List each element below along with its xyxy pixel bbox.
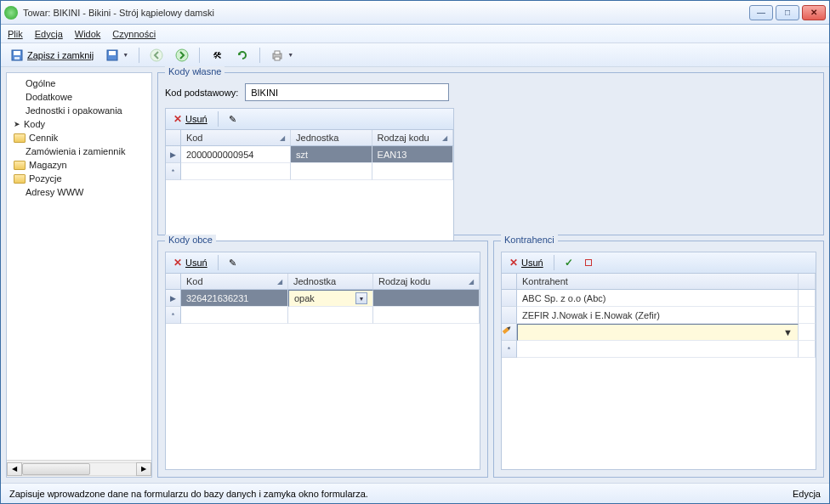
statusbar: Zapisuje wprowadzone dane na formularzu … — [1, 483, 829, 503]
separator — [139, 48, 139, 63]
check-icon: ✓ — [565, 257, 573, 269]
legend: Kontrahenci — [501, 235, 558, 245]
tools-button[interactable]: 🛠 — [206, 46, 228, 65]
horizontal-scrollbar[interactable]: ◀ ▶ — [7, 460, 151, 477]
menu-widok[interactable]: Widok — [75, 29, 101, 39]
new-row[interactable]: * — [166, 307, 480, 324]
forward-button[interactable] — [171, 46, 193, 65]
save-and-close-button[interactable]: Zapisz i zamknij — [6, 46, 98, 65]
arrow-left-icon — [150, 48, 163, 62]
delete-icon: ✕ — [173, 113, 182, 125]
kody-obce-grid[interactable]: Kod◢ Jednostka Rodzaj kodu◢ ▶ 3264216362… — [165, 274, 480, 470]
print-button[interactable]: ▼ — [266, 46, 298, 65]
kody-wlasne-toolbar: ✕Usuń ✎ — [165, 108, 454, 130]
chevron-down-icon: ▼ — [355, 292, 367, 304]
refresh-icon — [236, 48, 249, 62]
pencil-icon: ✎ — [229, 114, 236, 125]
legend: Kody obce — [165, 235, 216, 245]
scroll-thumb[interactable] — [22, 463, 90, 475]
scroll-left-button[interactable]: ◀ — [7, 462, 22, 476]
disk-icon — [105, 48, 119, 62]
table-row[interactable]: ZEFIR J.Nowak i E.Nowak (Zefir) — [502, 307, 816, 324]
status-hint: Zapisuje wprowadzone dane na formularzu … — [9, 489, 368, 499]
kontrahenci-grid[interactable]: Kontrahent ABC Sp. z o.o (Abc) ZEFIR J.N… — [501, 274, 816, 470]
accept-button[interactable]: ✓ — [560, 253, 577, 272]
toolbar: Zapisz i zamknij ▼ 🛠 ▼ — [1, 43, 829, 67]
refresh-button[interactable] — [231, 46, 253, 65]
svg-point-6 — [176, 49, 188, 61]
sidebar-item-cennik[interactable]: Cennik — [14, 131, 145, 144]
fieldset-kody-wlasne: Kody własne Kod podstawowy: ✕Usuń ✎ Kod◢… — [157, 72, 824, 235]
sidebar-item-zamowienia[interactable]: Zamówienia i zamiennik — [26, 144, 145, 158]
kod-podstawowy-label: Kod podstawowy: — [165, 88, 238, 98]
svg-rect-8 — [275, 51, 280, 54]
sidebar-item-jednostki[interactable]: Jednostki i opakowania — [26, 104, 145, 117]
menu-edycja[interactable]: Edycja — [35, 29, 63, 39]
kod-podstawowy-input[interactable] — [245, 83, 449, 101]
save-dropdown-button[interactable]: ▼ — [101, 46, 133, 65]
save-and-close-label: Zapisz i zamknij — [27, 50, 94, 60]
svg-rect-1 — [14, 51, 20, 55]
chevron-down-icon: ▼ — [783, 327, 793, 337]
kody-wlasne-grid[interactable]: Kod◢ Jednostka Rodzaj kodu◢ ▶ 2000000000… — [165, 130, 454, 242]
folder-icon — [14, 161, 26, 170]
svg-rect-9 — [275, 57, 280, 60]
svg-rect-4 — [109, 51, 116, 55]
folder-icon — [14, 133, 26, 143]
jednostka-combo[interactable]: opak▼ — [288, 290, 373, 307]
menubar: Plik Edycja Widok Czynności — [1, 25, 829, 43]
titlebar: Towar: BIKINI - Bikini - Strój kąpielowy… — [1, 1, 829, 25]
cancel-icon — [585, 259, 592, 266]
pencil-icon: ✎ — [229, 258, 236, 269]
usun-button[interactable]: ✕Usuń — [505, 253, 548, 272]
edit-button[interactable]: ✎ — [225, 253, 241, 272]
disk-icon — [10, 48, 24, 62]
usun-button[interactable]: ✕Usuń — [169, 253, 212, 272]
status-mode: Edycja — [793, 489, 821, 499]
separator — [199, 48, 200, 63]
close-button[interactable]: ✕ — [802, 5, 826, 20]
fieldset-kontrahenci: Kontrahenci ✕Usuń ✓ Kontrahent ABC — [493, 241, 824, 478]
arrow-right-icon — [175, 48, 189, 62]
svg-point-5 — [151, 49, 162, 61]
tools-icon: 🛠 — [210, 48, 224, 62]
delete-icon: ✕ — [173, 257, 182, 269]
sidebar: Ogólne Dodatkowe Jednostki i opakowania … — [6, 72, 152, 478]
sidebar-item-adresy[interactable]: Adresy WWW — [26, 185, 145, 199]
maximize-button[interactable]: □ — [776, 5, 799, 20]
svg-rect-2 — [14, 57, 20, 59]
current-marker-icon: ➤ — [14, 120, 20, 128]
content: Kody własne Kod podstawowy: ✕Usuń ✎ Kod◢… — [152, 67, 829, 483]
pencil-icon — [503, 326, 515, 338]
edit-button[interactable]: ✎ — [225, 110, 241, 128]
sidebar-item-pozycje[interactable]: Pozycje — [14, 172, 145, 185]
menu-czynnosci[interactable]: Czynności — [112, 29, 156, 39]
kontrahent-combo[interactable]: ▼ — [517, 324, 799, 341]
scroll-right-button[interactable]: ▶ — [136, 462, 151, 476]
app-icon — [4, 6, 18, 20]
legend: Kody własne — [165, 66, 225, 76]
kontrahenci-toolbar: ✕Usuń ✓ — [501, 252, 816, 274]
sidebar-item-ogolne[interactable]: Ogólne — [26, 76, 145, 90]
print-icon — [270, 48, 284, 62]
sidebar-item-dodatkowe[interactable]: Dodatkowe — [26, 90, 145, 104]
tree: Ogólne Dodatkowe Jednostki i opakowania … — [7, 73, 151, 460]
new-row[interactable]: * — [166, 163, 453, 180]
table-row[interactable]: ▶ 326421636231 opak▼ — [166, 290, 480, 307]
workspace: Ogólne Dodatkowe Jednostki i opakowania … — [1, 67, 829, 483]
table-row[interactable]: ▶ 2000000000954 szt EAN13 — [166, 146, 453, 163]
sidebar-item-kody[interactable]: ➤Kody — [14, 117, 145, 131]
edit-row[interactable]: ▼ — [502, 324, 816, 341]
separator — [259, 48, 260, 63]
minimize-button[interactable]: — — [749, 5, 773, 20]
table-row[interactable]: ABC Sp. z o.o (Abc) — [502, 290, 816, 307]
kody-obce-toolbar: ✕Usuń ✎ — [165, 252, 480, 274]
menu-plik[interactable]: Plik — [8, 29, 23, 39]
fieldset-kody-obce: Kody obce ✕Usuń ✎ Kod◢ Jednostka Rodzaj … — [157, 241, 488, 478]
back-button[interactable] — [145, 46, 168, 65]
cancel-button[interactable] — [581, 253, 596, 272]
usun-button[interactable]: ✕Usuń — [169, 110, 212, 128]
new-row[interactable]: * — [502, 341, 816, 358]
folder-icon — [14, 174, 26, 184]
sidebar-item-magazyn[interactable]: Magazyn — [14, 158, 145, 172]
